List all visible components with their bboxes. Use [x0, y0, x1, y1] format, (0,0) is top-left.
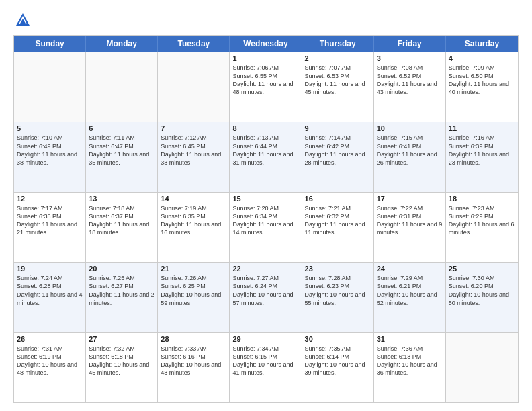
day-cell-27: 27Sunrise: 7:32 AM Sunset: 6:18 PM Dayli…	[86, 333, 158, 402]
logo	[13, 11, 35, 30]
day-info: Sunrise: 7:08 AM Sunset: 6:52 PM Dayligh…	[377, 64, 443, 97]
day-info: Sunrise: 7:35 AM Sunset: 6:14 PM Dayligh…	[305, 345, 371, 377]
header-cell-friday: Friday	[374, 36, 446, 52]
day-info: Sunrise: 7:13 AM Sunset: 6:44 PM Dayligh…	[232, 134, 298, 167]
day-cell-29: 29Sunrise: 7:34 AM Sunset: 6:15 PM Dayli…	[230, 333, 302, 402]
day-info: Sunrise: 7:22 AM Sunset: 6:31 PM Dayligh…	[377, 204, 443, 237]
day-info: Sunrise: 7:18 AM Sunset: 6:37 PM Dayligh…	[89, 204, 154, 237]
day-cell-3: 3Sunrise: 7:08 AM Sunset: 6:52 PM Daylig…	[374, 52, 446, 122]
day-number: 25	[449, 265, 515, 273]
day-info: Sunrise: 7:27 AM Sunset: 6:24 PM Dayligh…	[232, 274, 298, 307]
day-info: Sunrise: 7:31 AM Sunset: 6:19 PM Dayligh…	[17, 345, 83, 377]
day-info: Sunrise: 7:24 AM Sunset: 6:28 PM Dayligh…	[17, 274, 83, 307]
day-cell-2: 2Sunrise: 7:07 AM Sunset: 6:53 PM Daylig…	[302, 52, 374, 122]
day-number: 30	[305, 335, 371, 343]
day-info: Sunrise: 7:09 AM Sunset: 6:50 PM Dayligh…	[449, 64, 515, 97]
day-info: Sunrise: 7:29 AM Sunset: 6:21 PM Dayligh…	[377, 274, 443, 307]
day-number: 17	[377, 195, 443, 203]
day-number: 26	[17, 335, 83, 343]
day-number: 28	[161, 335, 226, 343]
day-cell-31: 31Sunrise: 7:36 AM Sunset: 6:13 PM Dayli…	[374, 333, 446, 402]
day-cell-28: 28Sunrise: 7:33 AM Sunset: 6:16 PM Dayli…	[158, 333, 230, 402]
day-number: 11	[449, 124, 515, 132]
empty-cell-0-2	[158, 52, 230, 122]
day-cell-6: 6Sunrise: 7:11 AM Sunset: 6:47 PM Daylig…	[86, 122, 158, 191]
day-info: Sunrise: 7:36 AM Sunset: 6:13 PM Dayligh…	[377, 345, 443, 377]
header-cell-thursday: Thursday	[302, 36, 374, 52]
day-info: Sunrise: 7:20 AM Sunset: 6:34 PM Dayligh…	[232, 204, 298, 237]
day-info: Sunrise: 7:10 AM Sunset: 6:49 PM Dayligh…	[17, 134, 83, 167]
day-cell-30: 30Sunrise: 7:35 AM Sunset: 6:14 PM Dayli…	[302, 333, 374, 402]
header-cell-tuesday: Tuesday	[158, 36, 230, 52]
calendar-row-3: 19Sunrise: 7:24 AM Sunset: 6:28 PM Dayli…	[14, 262, 518, 332]
day-number: 10	[377, 124, 443, 132]
day-number: 9	[305, 124, 371, 132]
day-number: 1	[232, 54, 298, 62]
day-number: 4	[449, 54, 515, 62]
calendar-row-1: 5Sunrise: 7:10 AM Sunset: 6:49 PM Daylig…	[14, 122, 518, 191]
day-info: Sunrise: 7:21 AM Sunset: 6:32 PM Dayligh…	[305, 204, 371, 237]
day-number: 21	[161, 265, 226, 273]
header-cell-saturday: Saturday	[446, 36, 518, 52]
day-cell-12: 12Sunrise: 7:17 AM Sunset: 6:38 PM Dayli…	[14, 193, 86, 262]
calendar-row-4: 26Sunrise: 7:31 AM Sunset: 6:19 PM Dayli…	[14, 332, 518, 402]
day-number: 18	[449, 195, 515, 203]
day-cell-25: 25Sunrise: 7:30 AM Sunset: 6:20 PM Dayli…	[446, 263, 518, 332]
day-number: 29	[232, 335, 298, 343]
header	[13, 11, 519, 30]
day-info: Sunrise: 7:15 AM Sunset: 6:41 PM Dayligh…	[377, 134, 443, 167]
day-number: 6	[89, 124, 154, 132]
day-number: 12	[17, 195, 83, 203]
day-cell-16: 16Sunrise: 7:21 AM Sunset: 6:32 PM Dayli…	[302, 193, 374, 262]
day-info: Sunrise: 7:16 AM Sunset: 6:39 PM Dayligh…	[449, 134, 515, 167]
empty-cell-0-0	[14, 52, 86, 122]
day-cell-26: 26Sunrise: 7:31 AM Sunset: 6:19 PM Dayli…	[14, 333, 86, 402]
day-number: 27	[89, 335, 154, 343]
header-cell-monday: Monday	[86, 36, 158, 52]
day-info: Sunrise: 7:11 AM Sunset: 6:47 PM Dayligh…	[89, 134, 154, 167]
day-number: 31	[377, 335, 443, 343]
day-cell-20: 20Sunrise: 7:25 AM Sunset: 6:27 PM Dayli…	[86, 263, 158, 332]
day-info: Sunrise: 7:07 AM Sunset: 6:53 PM Dayligh…	[305, 64, 371, 97]
empty-cell-0-1	[86, 52, 158, 122]
day-cell-13: 13Sunrise: 7:18 AM Sunset: 6:37 PM Dayli…	[86, 193, 158, 262]
day-info: Sunrise: 7:34 AM Sunset: 6:15 PM Dayligh…	[232, 345, 298, 377]
header-cell-wednesday: Wednesday	[230, 36, 302, 52]
day-cell-19: 19Sunrise: 7:24 AM Sunset: 6:28 PM Dayli…	[14, 263, 86, 332]
calendar-body: 1Sunrise: 7:06 AM Sunset: 6:55 PM Daylig…	[14, 52, 518, 402]
day-cell-17: 17Sunrise: 7:22 AM Sunset: 6:31 PM Dayli…	[374, 193, 446, 262]
day-info: Sunrise: 7:23 AM Sunset: 6:29 PM Dayligh…	[449, 204, 515, 237]
empty-cell-4-6	[446, 333, 518, 402]
day-cell-22: 22Sunrise: 7:27 AM Sunset: 6:24 PM Dayli…	[230, 263, 302, 332]
day-cell-9: 9Sunrise: 7:14 AM Sunset: 6:42 PM Daylig…	[302, 122, 374, 191]
day-cell-18: 18Sunrise: 7:23 AM Sunset: 6:29 PM Dayli…	[446, 193, 518, 262]
day-number: 19	[17, 265, 83, 273]
day-number: 5	[17, 124, 83, 132]
day-cell-15: 15Sunrise: 7:20 AM Sunset: 6:34 PM Dayli…	[230, 193, 302, 262]
day-cell-4: 4Sunrise: 7:09 AM Sunset: 6:50 PM Daylig…	[446, 52, 518, 122]
calendar: SundayMondayTuesdayWednesdayThursdayFrid…	[13, 35, 519, 403]
day-info: Sunrise: 7:19 AM Sunset: 6:35 PM Dayligh…	[161, 204, 226, 237]
day-cell-14: 14Sunrise: 7:19 AM Sunset: 6:35 PM Dayli…	[158, 193, 230, 262]
day-cell-10: 10Sunrise: 7:15 AM Sunset: 6:41 PM Dayli…	[374, 122, 446, 191]
day-number: 22	[232, 265, 298, 273]
day-number: 13	[89, 195, 154, 203]
day-cell-8: 8Sunrise: 7:13 AM Sunset: 6:44 PM Daylig…	[230, 122, 302, 191]
day-cell-24: 24Sunrise: 7:29 AM Sunset: 6:21 PM Dayli…	[374, 263, 446, 332]
day-info: Sunrise: 7:28 AM Sunset: 6:23 PM Dayligh…	[305, 274, 371, 307]
day-number: 3	[377, 54, 443, 62]
day-number: 15	[232, 195, 298, 203]
day-cell-5: 5Sunrise: 7:10 AM Sunset: 6:49 PM Daylig…	[14, 122, 86, 191]
calendar-header-row: SundayMondayTuesdayWednesdayThursdayFrid…	[14, 36, 518, 52]
day-info: Sunrise: 7:30 AM Sunset: 6:20 PM Dayligh…	[449, 274, 515, 307]
day-cell-1: 1Sunrise: 7:06 AM Sunset: 6:55 PM Daylig…	[230, 52, 302, 122]
day-info: Sunrise: 7:14 AM Sunset: 6:42 PM Dayligh…	[305, 134, 371, 167]
day-info: Sunrise: 7:25 AM Sunset: 6:27 PM Dayligh…	[89, 274, 154, 307]
calendar-row-0: 1Sunrise: 7:06 AM Sunset: 6:55 PM Daylig…	[14, 52, 518, 122]
day-number: 2	[305, 54, 371, 62]
header-cell-sunday: Sunday	[14, 36, 86, 52]
day-number: 14	[161, 195, 226, 203]
day-number: 20	[89, 265, 154, 273]
day-info: Sunrise: 7:32 AM Sunset: 6:18 PM Dayligh…	[89, 345, 154, 377]
day-number: 8	[232, 124, 298, 132]
